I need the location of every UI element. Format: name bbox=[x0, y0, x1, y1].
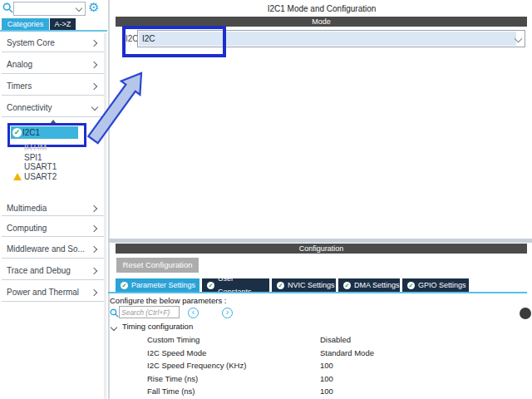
sidebar-item-trace-debug[interactable]: Trace and Debug bbox=[7, 266, 101, 277]
divider bbox=[2, 236, 104, 237]
search-previous-button[interactable]: ‹ bbox=[188, 308, 199, 318]
param-value[interactable]: Standard Mode bbox=[320, 348, 374, 357]
pinout-search-combo[interactable] bbox=[13, 2, 86, 16]
tab-a-to-z[interactable]: A->Z bbox=[50, 18, 76, 30]
sidebar-item-multimedia[interactable]: Multimedia bbox=[7, 204, 101, 214]
timing-configuration-group[interactable]: Timing configuration bbox=[122, 322, 193, 331]
configuration-section-header: Configuration bbox=[116, 244, 527, 254]
sidebar-item-power-thermal[interactable]: Power and Thermal bbox=[7, 288, 101, 298]
param-value[interactable]: 100 bbox=[320, 361, 333, 370]
check-icon: ✓ bbox=[121, 282, 128, 289]
divider bbox=[2, 279, 104, 280]
param-name: I2C Speed Frequency (KHz) bbox=[147, 361, 246, 370]
chevron-right-icon bbox=[91, 225, 97, 232]
warning-icon bbox=[13, 173, 22, 180]
chevron-down-icon bbox=[76, 5, 82, 12]
i2c-mode-dropdown[interactable]: I2C bbox=[137, 30, 525, 47]
check-icon: ✓ bbox=[407, 282, 415, 289]
check-icon: ✓ bbox=[277, 282, 284, 289]
divider bbox=[2, 215, 104, 216]
param-value[interactable]: 100 bbox=[320, 387, 333, 396]
tab-underline bbox=[108, 292, 527, 293]
sidebar-item-irtim: IRTIM bbox=[24, 143, 47, 152]
chevron-right-icon bbox=[91, 268, 97, 274]
tab-dma-settings[interactable]: ✓ DMA Settings bbox=[338, 278, 400, 292]
tab-nvic-settings[interactable]: ✓ NVIC Settings bbox=[272, 278, 336, 292]
scroll-up-icon[interactable] bbox=[50, 120, 57, 124]
param-name: Custom Timing bbox=[147, 335, 200, 344]
param-value[interactable]: 100 bbox=[320, 374, 333, 383]
toggle-view-icon[interactable] bbox=[520, 308, 531, 319]
tab-categories[interactable]: Categories bbox=[2, 18, 49, 30]
param-name: I2C Speed Mode bbox=[147, 348, 206, 357]
stm32cubemx-pinout-config-screen: { "window_title": "I2C1 Mode and Configu… bbox=[0, 0, 532, 399]
param-name: Fall Time (ns) bbox=[147, 387, 195, 396]
check-icon: ✓ bbox=[343, 282, 351, 289]
sidebar-item-system-core[interactable]: System Core bbox=[7, 38, 101, 49]
mode-section-header: Mode bbox=[116, 17, 527, 27]
tab-underline bbox=[0, 30, 107, 32]
check-icon: ✓ bbox=[12, 128, 22, 137]
search-icon bbox=[2, 2, 13, 13]
chevron-right-icon bbox=[91, 40, 97, 47]
check-icon: ✓ bbox=[207, 282, 214, 289]
panel-splitter-vertical[interactable] bbox=[108, 0, 110, 399]
sidebar-item-usart2[interactable]: USART2 bbox=[24, 172, 57, 181]
annotation-arrow bbox=[85, 66, 151, 145]
param-value[interactable]: Disabled bbox=[320, 335, 351, 344]
tab-gpio-settings[interactable]: ✓ GPIO Settings bbox=[402, 278, 469, 292]
panel-splitter-horizontal[interactable] bbox=[108, 239, 532, 243]
collapse-chevron-icon[interactable] bbox=[111, 324, 117, 331]
page-title: I2C1 Mode and Configuration bbox=[116, 4, 527, 13]
divider bbox=[2, 258, 104, 259]
chevron-right-icon bbox=[91, 205, 97, 212]
reset-configuration-button[interactable]: Reset Configuration bbox=[116, 258, 199, 273]
param-name: Rise Time (ns) bbox=[147, 374, 198, 383]
i2c-mode-dropdown-value: I2C bbox=[139, 32, 516, 46]
sidebar-item-spi1[interactable]: SPI1 bbox=[24, 153, 42, 162]
search-next-button[interactable]: › bbox=[222, 308, 233, 318]
chevron-right-icon bbox=[91, 289, 97, 296]
chevron-right-icon bbox=[91, 246, 97, 253]
gear-icon[interactable]: ⚙ bbox=[88, 0, 99, 15]
parameter-search-input[interactable] bbox=[119, 306, 180, 318]
sidebar-item-usart1[interactable]: USART1 bbox=[24, 162, 57, 171]
configure-parameters-text: Configure the below parameters : bbox=[110, 296, 226, 305]
tab-user-constants[interactable]: ✓ User Constants bbox=[202, 278, 269, 292]
search-icon bbox=[110, 308, 119, 318]
sidebar-item-middleware[interactable]: Middleware and So... bbox=[7, 244, 101, 255]
divider bbox=[2, 52, 104, 52]
divider bbox=[2, 301, 104, 302]
sidebar-item-computing[interactable]: Computing bbox=[7, 224, 101, 234]
sidebar-item-i2c1[interactable]: ✓ I2C1 bbox=[11, 126, 78, 139]
tab-parameter-settings[interactable]: ✓ Parameter Settings bbox=[116, 278, 200, 292]
